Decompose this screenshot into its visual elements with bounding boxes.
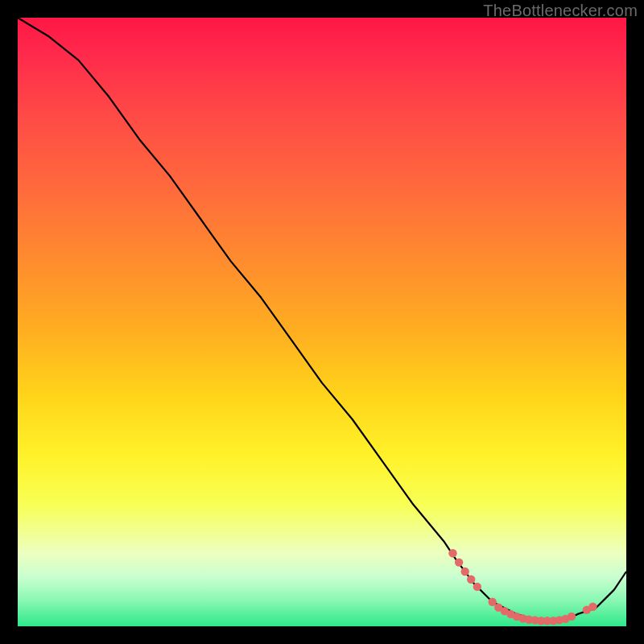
data-dot — [467, 576, 475, 584]
attribution-text: TheBottlenecker.com — [483, 2, 638, 20]
data-dot — [568, 613, 576, 621]
data-dot — [461, 568, 469, 576]
bottleneck-curve — [18, 18, 626, 620]
data-dot — [588, 603, 597, 611]
data-dot — [473, 583, 481, 591]
plot-area — [18, 18, 626, 626]
data-dot — [455, 558, 463, 566]
curve-overlay — [18, 18, 626, 626]
chart-container: TheBottlenecker.com — [0, 0, 644, 644]
data-dots — [448, 549, 597, 625]
data-dot — [448, 549, 456, 557]
